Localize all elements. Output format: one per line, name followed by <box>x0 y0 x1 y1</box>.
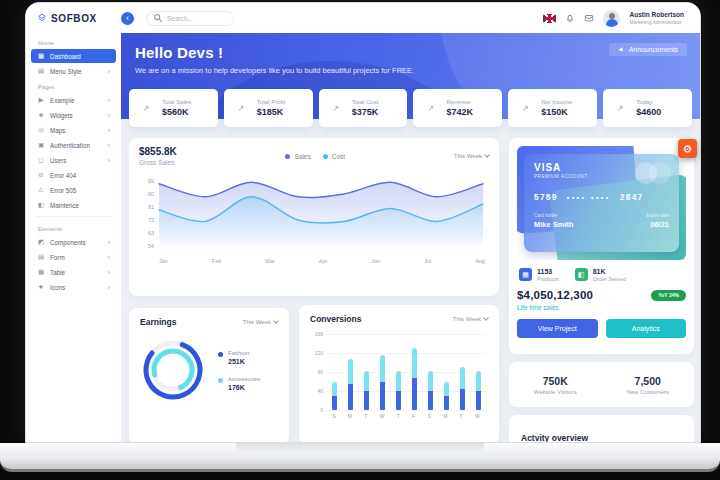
products-icon: ▦ <box>519 268 532 281</box>
kpi-card-net-income[interactable]: ↗Net Income$150K <box>508 89 597 127</box>
sidebar-item-maps[interactable]: ◎Maps› <box>31 123 116 137</box>
user-avatar[interactable] <box>603 10 620 27</box>
logo-text: SOFBOX <box>51 13 97 24</box>
conversions-period-dropdown[interactable]: This Week <box>453 316 488 322</box>
user-chip[interactable]: Austin Robertson Marketing Administrator <box>629 11 684 25</box>
search-box[interactable] <box>146 11 234 26</box>
bar-t-8 <box>460 367 465 410</box>
sidebar-section-label: Elements <box>26 221 121 234</box>
gross-sales-value: $855.8K <box>139 146 177 157</box>
example-icon: ▶ <box>37 96 45 104</box>
sidebar-item-authentication[interactable]: ▣Authentication› <box>31 138 116 152</box>
maps-icon: ◎ <box>37 126 45 134</box>
laptop-screen: SOFBOX ‹ Austin Robertson Marketing Admi… <box>25 2 701 443</box>
visitors-card: 750K Website Visitors 7,500 New Customer… <box>509 362 694 407</box>
earnings-period-dropdown[interactable]: This Week <box>243 319 278 325</box>
sidebar-toggle-button[interactable]: ‹ <box>121 12 134 25</box>
search-input[interactable] <box>167 15 227 22</box>
bell-icon[interactable] <box>565 13 575 23</box>
sidebar-item-dashboard[interactable]: ▦Dashboard <box>31 49 116 63</box>
sidebar-item-example[interactable]: ▶Example› <box>31 93 116 107</box>
mail-icon[interactable] <box>584 13 594 23</box>
sidebar-item-error-404[interactable]: ⊘Error 404 <box>31 168 116 182</box>
svg-text:99: 99 <box>148 178 154 184</box>
sidebar-item-label: Components <box>50 239 103 246</box>
earnings-card: Earnings This Week Fashion251K Accessori… <box>129 308 289 442</box>
kpi-card-total-sales[interactable]: ↗Total Sales$560K <box>129 89 218 127</box>
arrow-up-right-icon: ↗ <box>325 97 347 119</box>
conversions-bar-chart: 16012080400 <box>326 334 486 410</box>
kpi-card-total-profit[interactable]: ↗Total Profit$185K <box>224 89 313 127</box>
y-tick: 120 <box>310 350 323 356</box>
chevron-right-icon: › <box>108 269 110 276</box>
settings-gear-button[interactable]: ⚙ <box>678 139 697 158</box>
arrow-up-right-icon: ↗ <box>135 97 157 119</box>
laptop-mockup: SOFBOX ‹ Austin Robertson Marketing Admi… <box>0 0 720 480</box>
chevron-right-icon: › <box>108 97 110 104</box>
sidebar-item-error-505[interactable]: ⚠Error 505 <box>31 183 116 197</box>
sidebar-item-label: Dashboard <box>50 53 110 60</box>
user-role: Marketing Administrator <box>629 19 684 25</box>
user-name: Austin Robertson <box>629 11 684 18</box>
orders-icon: ◧ <box>575 268 588 281</box>
x-tick: S <box>332 413 335 419</box>
orders-stat: ◧ 81KOrder Served <box>575 268 626 282</box>
sidebar-item-components[interactable]: ◩Components› <box>31 235 116 249</box>
bar-s-0 <box>332 382 337 411</box>
kpi-label: Today <box>636 99 661 105</box>
sidebar-item-label: Maps <box>50 127 103 134</box>
chevron-right-icon: › <box>108 68 110 75</box>
chevron-right-icon: › <box>108 127 110 134</box>
sidebar-item-icons[interactable]: ★Icons› <box>31 280 116 294</box>
kpi-label: Revenue <box>446 99 473 105</box>
sidebar-section-label: Home <box>26 35 121 48</box>
x-tick: T <box>397 413 400 419</box>
sidebar-item-menu-style[interactable]: ▤Menu Style› <box>31 64 116 78</box>
new-customers-stat: 7,500 New Customers <box>602 375 695 395</box>
announcements-button[interactable]: Announcements <box>609 43 687 56</box>
sidebar-divider <box>36 216 111 217</box>
card-holder-label: Card holder <box>534 213 574 218</box>
sidebar-item-table[interactable]: ▦Table› <box>31 265 116 279</box>
sidebar-item-label: Users <box>50 157 103 164</box>
progress-ring-icon: ↗ <box>230 97 252 119</box>
analytics-button[interactable]: Analytics <box>606 319 687 338</box>
bar-w-3 <box>380 355 385 410</box>
sidebar-item-label: Form <box>50 254 103 261</box>
widgets-icon: ◈ <box>37 111 45 119</box>
components-icon: ◩ <box>37 238 45 246</box>
kpi-card-today[interactable]: ↗Today$4600 <box>603 89 692 127</box>
gross-sales-legend: Sales Cost <box>285 153 345 160</box>
form-icon: ▤ <box>37 253 45 261</box>
logo[interactable]: SOFBOX <box>26 13 121 24</box>
view-project-button[interactable]: View Project <box>517 319 598 338</box>
gross-sales-title: Gross Sales <box>139 159 177 166</box>
arrow-up-right-icon: ↗ <box>419 97 441 119</box>
users-icon: ◻ <box>37 156 45 164</box>
sidebar-item-label: Widgets <box>50 112 103 119</box>
kpi-card-revenue[interactable]: ↗Revenue$742K <box>413 89 502 127</box>
kpi-value: $560K <box>162 107 191 117</box>
error-404-icon: ⊘ <box>37 171 45 179</box>
sidebar-item-users[interactable]: ◻Users› <box>31 153 116 167</box>
kpi-label: Total Sales <box>162 99 191 105</box>
x-tick: T <box>364 413 367 419</box>
icons-icon: ★ <box>37 283 45 291</box>
sidebar-item-form[interactable]: ▤Form› <box>31 250 116 264</box>
cost-legend-dot <box>323 154 328 159</box>
sidebar-item-maintence[interactable]: ◧Maintence <box>31 198 116 212</box>
chevron-down-icon <box>484 152 490 158</box>
progress-ring-icon: ↗ <box>135 97 157 119</box>
sidebar-item-widgets[interactable]: ◈Widgets› <box>31 108 116 122</box>
kpi-card-total-cost[interactable]: ↗Total Cost$375K <box>319 89 408 127</box>
bar-t-2 <box>364 371 369 410</box>
hero-subtitle: We are on a mission to help developers l… <box>135 66 686 75</box>
language-flag-icon[interactable] <box>543 14 556 23</box>
gross-sales-period-dropdown[interactable]: This Week <box>454 153 489 159</box>
svg-text:90: 90 <box>148 191 154 197</box>
hero-title: Hello Devs ! <box>135 44 686 61</box>
activity-overview-card: Actvity overview <box>509 415 694 442</box>
conversions-title: Conversions <box>310 314 362 324</box>
x-tick: Mar <box>265 258 274 264</box>
sofbox-logo-icon <box>37 13 47 23</box>
